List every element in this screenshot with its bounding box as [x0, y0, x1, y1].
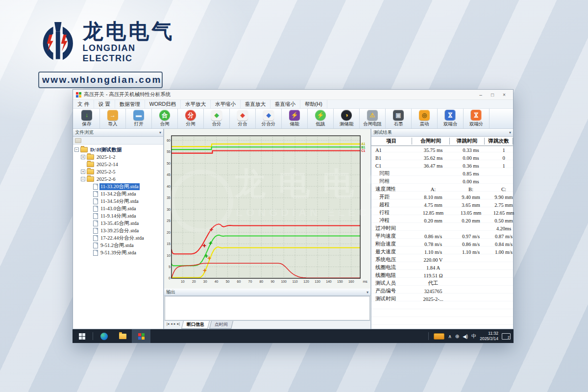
close-button[interactable]: ×	[498, 92, 510, 98]
tree-item[interactable]: − D:\H测试数据	[73, 146, 163, 153]
toolbar-button[interactable]: ⚠ 合闸电阻	[360, 109, 386, 128]
svg-text:40: 40	[215, 280, 219, 283]
menu-item[interactable]: 设 置	[94, 100, 115, 108]
svg-text:25: 25	[167, 219, 171, 222]
tree-item[interactable]: 13-35.45合闸.stda	[73, 220, 163, 227]
column-header: 弹跳次数	[485, 138, 513, 145]
svg-text:10: 10	[167, 254, 171, 257]
column-header: 合闸时间	[412, 138, 450, 145]
svg-text:160: 160	[348, 280, 354, 283]
tree-item[interactable]: 13-39.25合分.stda	[73, 227, 163, 234]
tree-item[interactable]: 11-34.54分闸.stda	[73, 197, 163, 205]
toolbar-button[interactable]: ◆ 合分	[204, 109, 230, 128]
toolbar-button[interactable]: ⚡ 低跳	[308, 109, 334, 128]
tree-item[interactable]: 11-33.20合闸.stda	[73, 183, 163, 190]
panel-pin-icon[interactable]: ▾	[159, 130, 161, 135]
tree-item[interactable]: + 2025-2-5	[73, 168, 163, 175]
value-b: 0.36 ms	[453, 163, 489, 169]
table-row: 冲程 0.20 mm 0.20 mm 0.50 mm	[371, 217, 513, 224]
file-icon	[93, 184, 98, 190]
tree-item[interactable]: 11-9.14分闸.stda	[73, 212, 163, 220]
folder-icon	[87, 162, 94, 167]
menu-item[interactable]: 垂直缩小	[270, 100, 300, 108]
tab-nav-button[interactable]: ▸|	[176, 322, 180, 326]
value-c: 0.87 m/s	[489, 234, 518, 239]
bottom-tab[interactable]: 断口信息	[181, 321, 210, 329]
toolbar-button[interactable]: ⋈ 双端合	[438, 109, 464, 128]
toolbar-button[interactable]: ▬ 打开	[126, 109, 152, 128]
toolbar-button[interactable]: ⚡ 储能	[282, 109, 308, 128]
close-open-icon: ◆	[211, 110, 222, 121]
tab-nav-button[interactable]: |◂	[166, 322, 170, 326]
toolbar-button[interactable]: 分 分闸	[178, 109, 204, 128]
tree-item-label: 13-39.25合分.stda	[99, 227, 140, 234]
toolbar-button[interactable]: ⋈ 双端分	[464, 109, 490, 128]
toolbar-button[interactable]: 合 合闸	[152, 109, 178, 128]
folder-icon	[87, 176, 94, 182]
toolbar-button[interactable]: ↓ 保存	[74, 109, 100, 128]
tab-nav-button[interactable]: ▸	[173, 322, 176, 326]
new-folder-icon[interactable]	[75, 138, 81, 143]
taskbar-edge-button[interactable]	[95, 329, 113, 343]
toolbar-button[interactable]: ◑ 测储能	[334, 109, 360, 128]
svg-text:10: 10	[181, 280, 185, 283]
hidden-icons-chevron[interactable]: ∧	[448, 334, 451, 339]
value-c: 0.50 mm	[489, 218, 518, 223]
desktop-screenshot: 高压开关 - 高压开关机械特性分析系统 – □ × 文 件设 置数据管理WORD…	[73, 89, 514, 343]
tree-expander-icon[interactable]: +	[81, 155, 85, 159]
toolbar-button[interactable]: ◆ 分合	[230, 109, 256, 128]
row-label: 测试时间	[371, 295, 414, 302]
tree-item-label: 17-22.44分合分.stda	[99, 235, 145, 242]
table-row: 开距 8.10 mm 9.40 mm 9.90 mm	[371, 193, 513, 201]
menu-item[interactable]: 垂直放大	[241, 100, 270, 108]
svg-text:90: 90	[270, 280, 274, 283]
ime-indicator[interactable]: 中	[471, 333, 476, 340]
start-button[interactable]	[73, 329, 91, 343]
row-label: 开距	[371, 194, 414, 200]
table-row: 超程 4.75 mm 3.65 mm 2.75 mm	[371, 201, 513, 209]
toolbar-button-label: 分闸	[186, 121, 196, 127]
toolbar-button[interactable]: ◆ 分合分	[256, 109, 282, 128]
tree-item[interactable]: 9-51.39分闸.stda	[73, 249, 163, 256]
tree-item[interactable]: 11-43.0合闸.stda	[73, 205, 163, 212]
vibration-icon: ◎	[419, 110, 430, 121]
tree-item[interactable]: 11-34.2合闸.stda	[73, 190, 163, 197]
menu-item[interactable]: 水平缩小	[211, 100, 241, 108]
maximize-button[interactable]: □	[487, 92, 498, 98]
tree-item[interactable]: − 2025-2-6	[73, 175, 163, 183]
bottom-tab[interactable]: 点时间	[209, 321, 233, 329]
taskbar-app-button[interactable]	[132, 329, 150, 343]
taskbar-explorer-button[interactable]	[113, 329, 132, 343]
menu-item[interactable]: 帮助(H)	[300, 100, 327, 108]
value-a: 1.84 A	[414, 265, 453, 270]
toolbar-button[interactable]: → 导入	[100, 109, 126, 128]
network-icon[interactable]: ⊕	[455, 334, 459, 339]
menu-item[interactable]: 文 件	[73, 100, 94, 108]
tree-expander-icon[interactable]: −	[81, 177, 85, 181]
notification-icon[interactable]: 2	[502, 333, 511, 340]
menu-item[interactable]: 数据管理	[115, 100, 145, 108]
row-label: 平均速度	[371, 233, 414, 240]
toolbar-button[interactable]: ▣ 石墨	[386, 109, 412, 128]
row-label: 测试人员	[371, 280, 414, 287]
table-row: C1 36.47 ms 0.36 ms 1	[371, 162, 513, 170]
toolbar-button[interactable]: ◎ 震动	[412, 109, 438, 128]
tray-app-icon[interactable]	[434, 333, 444, 340]
menu-item[interactable]: 水平放大	[181, 100, 211, 108]
tab-nav-button[interactable]: ◂	[170, 322, 173, 326]
tree-item[interactable]: 17-22.44分合分.stda	[73, 234, 163, 242]
panel-pin-icon[interactable]: ▾	[367, 290, 368, 294]
panel-pin-icon[interactable]: ▾	[509, 130, 511, 135]
menu-item[interactable]: WORD归档	[145, 100, 181, 108]
company-name-cn: 龙电电气	[83, 21, 175, 42]
tree-item[interactable]: 9-51.2合闸.stda	[73, 242, 163, 249]
volume-icon[interactable]: ◀)	[463, 334, 468, 339]
tree-item[interactable]: + 2025-1-2	[73, 153, 163, 161]
minimize-button[interactable]: –	[475, 92, 487, 98]
tree-expander-icon[interactable]: +	[81, 170, 85, 174]
taskbar-clock[interactable]: 11:32 2025/2/14	[480, 331, 498, 341]
tree-item[interactable]: 2025-2-14	[73, 161, 163, 168]
waveform-chart[interactable]: 102030405060708090100110120130140150160m…	[164, 131, 370, 286]
tree-expander-icon[interactable]: −	[74, 147, 79, 152]
svg-text:C1: C1	[361, 149, 366, 152]
